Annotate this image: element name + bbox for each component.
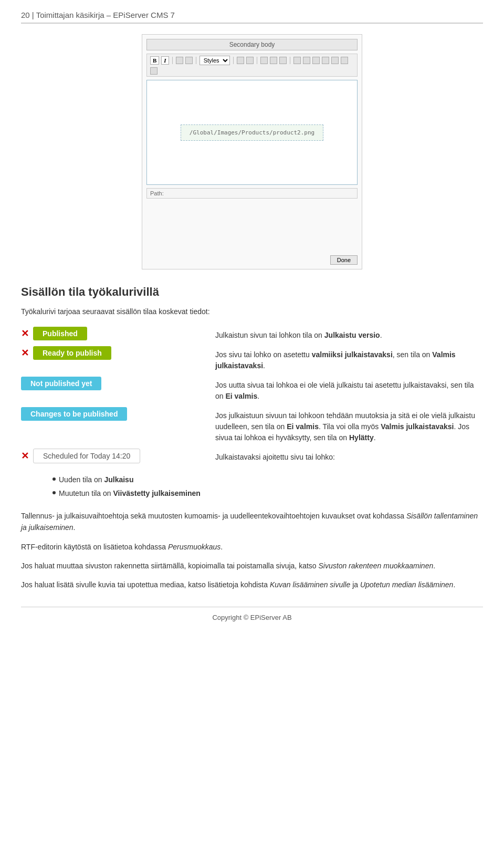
status-left-scheduled: ✕ Scheduled for Today 14:20	[21, 449, 200, 463]
status-right-scheduled: Julkaistavaksi ajoitettu sivu tai lohko:	[215, 449, 483, 463]
bullet-text-2: Muutetun tila on Viivästetty julkaisemin…	[59, 487, 201, 499]
status-row-published: ✕ Published Julkaistun sivun tai lohkon …	[21, 327, 483, 341]
toolbar-icon-6	[293, 57, 301, 64]
toolbar-icon-1	[237, 57, 244, 64]
screenshot-titlebar: Secondary body	[146, 39, 358, 50]
page-header: 20 | Toimittajan käsikirja – EPiServer C…	[21, 11, 483, 24]
page-title: 20 | Toimittajan käsikirja – EPiServer C…	[21, 11, 175, 19]
bullet-item-2: Muutetun tila on Viivästetty julkaisemin…	[52, 487, 483, 499]
status-right-ready: Jos sivu tai lohko on asetettu valmiiksi…	[215, 346, 483, 371]
body-para-4: Jos haluat lisätä sivulle kuvia tai upot…	[21, 579, 483, 590]
badge-scheduled: Scheduled for Today 14:20	[33, 449, 140, 463]
status-left-published: ✕ Published	[21, 327, 200, 340]
screenshot-toolbar: B I Styles	[146, 54, 358, 77]
x-icon-scheduled: ✕	[21, 450, 29, 462]
path-label: Path:	[150, 190, 164, 196]
list-icon-2	[185, 57, 193, 64]
badge-not-published: Not published yet	[21, 377, 101, 390]
toolbar-icon-4	[270, 57, 277, 64]
toolbar-icon-3	[260, 57, 268, 64]
status-row-changes: Changes to be published Jos julkaistuun …	[21, 407, 483, 443]
bullet-text-1: Uuden tila on Julkaisu	[59, 474, 133, 485]
status-row-ready: ✕ Ready to publish Jos sivu tai lohko on…	[21, 346, 483, 371]
badge-changes: Changes to be published	[21, 407, 127, 421]
page-footer: Copyright © EPiServer AB	[21, 607, 483, 621]
italic-button[interactable]: I	[161, 56, 169, 65]
badge-published: Published	[33, 327, 87, 340]
toolbar-icon-2	[246, 57, 254, 64]
status-left-not-published: Not published yet	[21, 377, 200, 390]
list-icon-1	[176, 57, 183, 64]
bullet-dot-1	[52, 477, 56, 481]
x-icon-ready: ✕	[21, 347, 29, 359]
toolbar-icon-10	[331, 57, 339, 64]
status-left-ready: ✕ Ready to publish	[21, 346, 200, 360]
toolbar-icon-8	[312, 57, 320, 64]
x-icon-published: ✕	[21, 328, 29, 339]
status-right-not-published: Jos uutta sivua tai lohkoa ei ole vielä …	[215, 377, 483, 402]
screenshot-content-area: /Global/Images/Products/product2.png	[146, 80, 358, 185]
body-para-1: Tallennus- ja julkaisuvaihtoehtoja sekä …	[21, 510, 483, 534]
status-right-published: Julkaistun sivun tai lohkon tila on Julk…	[215, 327, 483, 341]
bullet-item-1: Uuden tila on Julkaisu	[52, 474, 483, 485]
screenshot-path-bar: Path:	[146, 188, 358, 199]
toolbar-separator-2	[196, 57, 196, 64]
status-row-not-published: Not published yet Jos uutta sivua tai lo…	[21, 377, 483, 402]
screenshot-image-placeholder: /Global/Images/Products/product2.png	[181, 124, 323, 141]
toolbar-separator-5	[290, 57, 290, 64]
toolbar-icon-11	[341, 57, 348, 64]
screenshot-spacer	[146, 199, 358, 251]
toolbar-icon-7	[303, 57, 310, 64]
body-para-2: RTF-editorin käytöstä on lisätietoa kohd…	[21, 541, 483, 553]
footer-text: Copyright © EPiServer AB	[212, 614, 291, 621]
toolbar-separator-3	[233, 57, 234, 64]
styles-select[interactable]: Styles	[200, 56, 230, 65]
bold-button[interactable]: B	[150, 56, 159, 65]
toolbar-separator-1	[172, 57, 173, 64]
done-button[interactable]: Done	[330, 255, 358, 265]
section-heading: Sisällön tila työkalurivillä	[21, 285, 483, 299]
screenshot-box: Secondary body B I Styles	[142, 34, 362, 269]
status-right-changes: Jos julkaistuun sivuun tai lohkoon tehdä…	[215, 407, 483, 443]
status-table: ✕ Published Julkaistun sivun tai lohkon …	[21, 327, 483, 463]
badge-ready: Ready to publish	[33, 346, 111, 360]
page-container: 20 | Toimittajan käsikirja – EPiServer C…	[0, 0, 504, 642]
done-btn-row: Done	[146, 255, 358, 265]
bullet-dot-2	[52, 491, 56, 494]
bullet-section: Uuden tila on Julkaisu Muutetun tila on …	[52, 474, 483, 500]
toolbar-icon-5	[279, 57, 287, 64]
status-left-changes: Changes to be published	[21, 407, 200, 421]
section-intro: Työkalurivi tarjoaa seuraavat sisällön t…	[21, 306, 483, 317]
status-row-scheduled: ✕ Scheduled for Today 14:20 Julkaistavak…	[21, 449, 483, 463]
body-para-3: Jos haluat muuttaa sivuston rakennetta s…	[21, 560, 483, 572]
toolbar-icon-12	[150, 67, 158, 75]
toolbar-icon-9	[322, 57, 329, 64]
toolbar-separator-4	[257, 57, 257, 64]
